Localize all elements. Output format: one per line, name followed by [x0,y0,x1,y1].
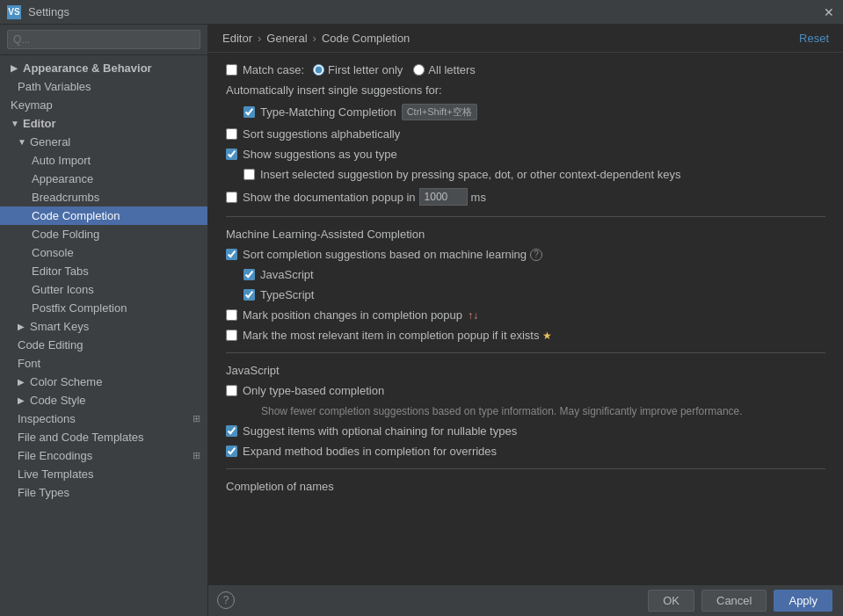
show-doc-popup-row: Show the documentation popup in ms [226,188,825,206]
sidebar-item-appearance-behavior[interactable]: ▶ Appearance & Behavior [0,59,207,77]
js-section-title: JavaScript [226,364,825,377]
first-letter-radio[interactable] [313,64,324,76]
sidebar-item-code-completion[interactable]: Code Completion [0,207,207,225]
window-title: Settings [28,5,69,18]
only-type-based-label[interactable]: Only type-based completion [226,384,384,397]
breadcrumb-code-completion: Code Completion [322,32,410,45]
insert-selected-checkbox[interactable] [243,169,255,180]
sidebar-item-color-scheme[interactable]: ▶ Color Scheme [0,373,207,391]
mark-relevant-checkbox[interactable] [226,330,237,341]
breadcrumb: Editor › General › Code Completion [222,32,410,45]
ml-help-icon[interactable]: ? [530,249,542,261]
suggest-chaining-checkbox[interactable] [226,425,237,437]
all-letters-radio-label[interactable]: All letters [413,63,475,76]
only-type-based-checkbox[interactable] [226,385,237,396]
sidebar-item-postfix-completion[interactable]: Postfix Completion [0,299,207,317]
ml-sort-label[interactable]: Sort completion suggestions based on mac… [226,248,527,261]
mark-relevant-label[interactable]: Mark the most relevant item in completio… [226,329,539,342]
sidebar-item-general[interactable]: ▼ General [0,133,207,151]
suggest-chaining-label[interactable]: Suggest items with optional chaining for… [226,424,517,438]
sidebar-item-path-variables[interactable]: Path Variables [0,77,207,96]
show-suggestions-row: Show suggestions as you type [226,148,825,161]
ml-js-checkbox[interactable] [243,269,255,280]
ml-ts-checkbox[interactable] [243,289,255,301]
sidebar-item-auto-import[interactable]: Auto Import [0,151,207,170]
breadcrumb-editor: Editor [222,32,252,45]
all-letters-radio[interactable] [413,64,425,76]
ml-section-title: Machine Learning-Assisted Completion [226,228,825,241]
ml-ts-label[interactable]: TypeScript [243,288,314,301]
mark-position-label[interactable]: Mark position changes in completion popu… [226,308,462,322]
type-matching-shortcut: Ctrl+Shift+空格 [402,104,477,120]
ml-sort-checkbox[interactable] [226,249,237,260]
sidebar-item-editor-tabs[interactable]: Editor Tabs [0,262,207,280]
mark-position-row: Mark position changes in completion popu… [226,308,825,322]
ml-js-row: JavaScript [226,268,825,281]
main-layout: ▶ Appearance & Behavior Path Variables K… [0,25,843,616]
sidebar-item-gutter-icons[interactable]: Gutter Icons [0,280,207,299]
expand-method-bodies-label[interactable]: Expand method bodies in completion for o… [226,445,497,458]
search-box[interactable] [0,25,207,55]
sidebar-item-editor[interactable]: ▼ Editor [0,114,207,133]
expand-method-bodies-row: Expand method bodies in completion for o… [226,445,825,458]
match-case-row: Match case: First letter only All letter… [226,63,825,76]
doc-popup-value-input[interactable] [419,188,468,206]
sidebar-item-appearance[interactable]: Appearance [0,170,207,188]
match-case-checkbox[interactable] [226,64,237,76]
apply-button[interactable]: Apply [774,590,832,612]
first-letter-radio-label[interactable]: First letter only [313,63,403,76]
arrow-icon: ▶ [11,63,19,73]
sidebar-item-inspections[interactable]: Inspections ⊞ [0,409,207,428]
show-doc-popup-checkbox[interactable] [226,192,237,203]
expand-method-bodies-checkbox[interactable] [226,446,237,457]
match-case-radio-group: First letter only All letters [313,63,476,76]
sidebar-item-breadcrumbs[interactable]: Breadcrumbs [0,188,207,207]
type-matching-checkbox[interactable] [243,106,255,118]
ok-button[interactable]: OK [648,590,694,612]
star-icon: ★ [542,330,552,342]
cancel-button[interactable]: Cancel [701,590,767,612]
sort-alpha-row: Sort suggestions alphabetically [226,127,825,141]
sidebar-item-keymap[interactable]: Keymap [0,96,207,114]
content-header: Editor › General › Code Completion Reset [208,25,843,53]
divider3 [226,468,825,469]
match-case-checkbox-label[interactable]: Match case: [226,63,304,76]
sidebar-item-smart-keys[interactable]: ▶ Smart Keys [0,317,207,336]
arrow-down-icon2: ▼ [18,137,26,147]
arrow-right-icon3: ▶ [18,395,26,405]
reset-link[interactable]: Reset [799,32,829,45]
sidebar-item-code-style[interactable]: ▶ Code Style [0,391,207,409]
sidebar-item-console[interactable]: Console [0,243,207,262]
sort-alpha-label[interactable]: Sort suggestions alphabetically [226,127,400,141]
show-suggestions-label[interactable]: Show suggestions as you type [226,148,397,161]
arrow-right-icon2: ▶ [18,377,26,387]
ml-js-label[interactable]: JavaScript [243,268,314,281]
type-matching-label[interactable]: Type-Matching Completion [243,105,396,119]
insert-selected-label[interactable]: Insert selected suggestion by pressing s… [243,168,680,181]
help-bottom-icon[interactable]: ? [217,591,235,609]
sidebar-item-code-editing[interactable]: Code Editing [0,336,207,354]
completion-of-names-title: Completion of names [226,480,825,493]
sidebar: ▶ Appearance & Behavior Path Variables K… [0,25,208,616]
insert-selected-row: Insert selected suggestion by pressing s… [226,168,825,181]
mark-relevant-row: Mark the most relevant item in completio… [226,329,825,342]
content-body: Match case: First letter only All letter… [208,53,843,584]
close-button[interactable]: ✕ [824,5,834,19]
sidebar-tree: ▶ Appearance & Behavior Path Variables K… [0,55,207,616]
arrow-right-icon: ▶ [18,322,26,331]
divider1 [226,216,825,217]
app-icon: VS [7,5,21,19]
sidebar-item-code-folding[interactable]: Code Folding [0,225,207,243]
sort-alpha-checkbox[interactable] [226,128,237,140]
sidebar-item-font[interactable]: Font [0,354,207,373]
show-doc-popup-label[interactable]: Show the documentation popup in [226,191,416,204]
sidebar-item-file-encodings[interactable]: File Encodings ⊞ [0,446,207,465]
show-suggestions-checkbox[interactable] [226,149,237,160]
sidebar-item-file-code-templates[interactable]: File and Code Templates [0,428,207,446]
search-input[interactable] [7,30,200,49]
sidebar-item-live-templates[interactable]: Live Templates [0,465,207,483]
mark-position-checkbox[interactable] [226,309,237,321]
sidebar-item-file-types[interactable]: File Types [0,483,207,502]
type-matching-row: Type-Matching Completion Ctrl+Shift+空格 [226,104,825,120]
auto-insert-label-row: Automatically insert single suggestions … [226,83,825,97]
